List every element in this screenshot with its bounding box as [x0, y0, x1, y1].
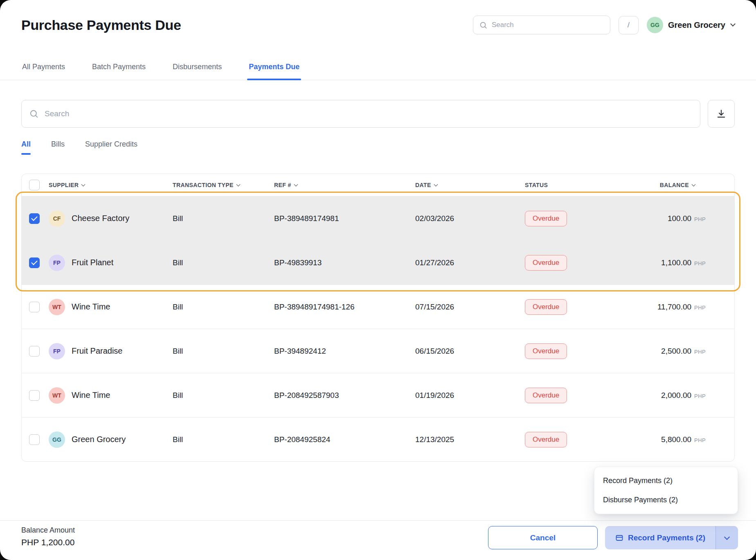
cell-ref-number: BP-394892412: [274, 347, 415, 356]
status-badge: Overdue: [525, 299, 567, 315]
supplier-avatar: GG: [49, 431, 65, 448]
column-label: REF #: [274, 182, 291, 188]
status-cell: Overdue: [525, 343, 648, 359]
keyboard-shortcut-button[interactable]: /: [619, 16, 639, 34]
checkbox-cell: [22, 390, 49, 401]
footer-actions: Cancel Record Payments (2): [488, 526, 738, 560]
balance-value: 100.00: [668, 214, 691, 223]
balance-summary: Balance Amount PHP 1,200.00: [21, 526, 75, 560]
chevron-down-icon: [730, 21, 736, 27]
supplier-cell: FPFruit Planet: [49, 255, 173, 271]
column-header-ref[interactable]: REF #: [274, 182, 415, 188]
balance-value: 2,000.00: [661, 391, 691, 400]
checkbox-cell: [22, 257, 49, 268]
status-badge: Overdue: [525, 432, 567, 447]
balance-cell: 2,000.00PHP: [648, 391, 734, 400]
balance-cell: 5,800.00PHP: [648, 435, 734, 444]
table-row[interactable]: CFCheese FactoryBillBP-38948917498102/03…: [22, 196, 734, 240]
currency-label: PHP: [694, 305, 706, 311]
row-checkbox[interactable]: [29, 302, 40, 312]
status-badge: Overdue: [525, 343, 567, 359]
sort-chevron-icon: [294, 183, 298, 187]
cell-date: 06/15/2026: [415, 347, 525, 356]
row-checkbox[interactable]: [29, 434, 40, 445]
tab-payments-due[interactable]: Payments Due: [248, 63, 300, 80]
cell-transaction-type: Bill: [173, 258, 274, 267]
currency-label: PHP: [694, 393, 706, 399]
global-search: [473, 16, 610, 34]
status-cell: Overdue: [525, 299, 648, 315]
supplier-cell: GGGreen Grocery: [49, 431, 173, 448]
account-avatar: GG: [647, 17, 663, 33]
global-search-input[interactable]: [492, 21, 604, 29]
column-label: SUPPLIER: [49, 182, 79, 188]
supplier-avatar: WT: [49, 387, 65, 404]
supplier-name: Cheese Factory: [72, 214, 129, 223]
supplier-cell: WTWine Time: [49, 299, 173, 315]
column-label: BALANCE: [660, 182, 689, 188]
table-row[interactable]: FPFruit PlanetBillBP-4983991301/27/2026O…: [22, 240, 734, 285]
balance-cell: 100.00PHP: [648, 214, 734, 223]
filter-tab-all[interactable]: All: [21, 140, 31, 155]
cell-date: 07/15/2026: [415, 303, 525, 312]
table-toolbar: [21, 100, 735, 128]
account-menu[interactable]: GG Green Grocery: [647, 17, 735, 33]
cell-ref-number: BP-389489174981: [274, 214, 415, 223]
cell-date: 01/27/2026: [415, 258, 525, 267]
column-label: TRANSACTION TYPE: [173, 182, 234, 188]
table-row[interactable]: GGGreen GroceryBillBP-208492582412/13/20…: [22, 417, 734, 461]
chevron-down-icon: [724, 534, 730, 540]
table-row[interactable]: WTWine TimeBillBP-20849258790301/19/2026…: [22, 373, 734, 417]
cell-transaction-type: Bill: [173, 391, 274, 400]
currency-label: PHP: [694, 260, 706, 266]
balance-cell: 1,100.00PHP: [648, 258, 734, 267]
checkbox-cell: [22, 213, 49, 224]
table-row[interactable]: WTWine TimeBillBP-389489174981-12607/15/…: [22, 285, 734, 329]
cell-date: 01/19/2026: [415, 391, 525, 400]
row-checkbox[interactable]: [29, 257, 40, 268]
download-icon: [716, 108, 727, 119]
menu-item-record-payments-2[interactable]: Record Payments (2): [594, 471, 738, 490]
supplier-name: Fruit Paradise: [72, 346, 123, 356]
tab-all-payments[interactable]: All Payments: [21, 63, 66, 80]
download-button[interactable]: [708, 100, 735, 128]
row-checkbox[interactable]: [29, 213, 40, 224]
select-all-checkbox[interactable]: [29, 180, 40, 190]
supplier-name: Fruit Planet: [72, 258, 113, 267]
supplier-avatar: FP: [49, 343, 65, 359]
currency-label: PHP: [694, 349, 706, 355]
tab-batch-payments[interactable]: Batch Payments: [91, 63, 146, 80]
column-header-status: STATUS: [525, 182, 648, 188]
payments-menu: Record Payments (2)Disburse Payments (2): [594, 467, 738, 514]
select-all-cell: [22, 180, 49, 190]
cell-transaction-type: Bill: [173, 435, 274, 444]
balance-cell: 2,500.00PHP: [648, 347, 734, 356]
column-header-date[interactable]: DATE: [415, 182, 525, 188]
table-search-input[interactable]: [45, 109, 692, 118]
payments-table: SUPPLIERTRANSACTION TYPEREF #DATESTATUSB…: [21, 174, 735, 462]
supplier-cell: FPFruit Paradise: [49, 343, 173, 359]
record-payments-dropdown-toggle[interactable]: [716, 526, 738, 549]
record-payments-icon: [615, 534, 623, 542]
cell-ref-number: BP-49839913: [274, 258, 415, 267]
row-checkbox[interactable]: [29, 390, 40, 401]
cancel-button[interactable]: Cancel: [488, 526, 598, 549]
record-payments-label: Record Payments (2): [628, 533, 705, 542]
status-cell: Overdue: [525, 211, 648, 226]
table-row[interactable]: FPFruit ParadiseBillBP-39489241206/15/20…: [22, 329, 734, 373]
column-header-balance[interactable]: BALANCE: [648, 182, 734, 188]
tab-disbursements[interactable]: Disbursements: [172, 63, 223, 80]
record-payments-button[interactable]: Record Payments (2): [605, 526, 716, 549]
column-header-supplier[interactable]: SUPPLIER: [49, 182, 173, 188]
balance-value: 1,100.00: [661, 258, 691, 267]
balance-value: 11,700.00: [657, 303, 691, 312]
table-body: CFCheese FactoryBillBP-38948917498102/03…: [22, 196, 734, 461]
filter-tab-supplier-credits[interactable]: Supplier Credits: [85, 140, 137, 155]
filter-tab-bills[interactable]: Bills: [51, 140, 65, 155]
table-search: [21, 100, 700, 128]
currency-label: PHP: [694, 216, 706, 222]
checkbox-cell: [22, 302, 49, 312]
column-header-transaction-type[interactable]: TRANSACTION TYPE: [173, 182, 274, 188]
menu-item-disburse-payments-2[interactable]: Disburse Payments (2): [594, 490, 738, 510]
row-checkbox[interactable]: [29, 346, 40, 357]
